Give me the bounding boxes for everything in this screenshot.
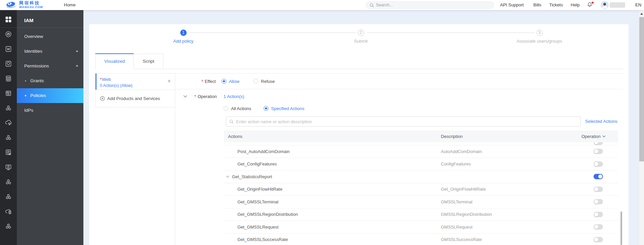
brand-name-en: WANGSU.COM [19, 5, 43, 9]
operation-count-link[interactable]: 1 Action(s) [224, 94, 244, 99]
remove-product-icon[interactable]: × [167, 78, 171, 85]
step-number-badge: 3 [536, 30, 543, 36]
language-switcher[interactable]: EN [635, 0, 641, 10]
action-toggle[interactable] [594, 142, 603, 145]
content-area: 1Add policy2Submit3Associate users/group… [83, 10, 639, 245]
action-toggle[interactable] [594, 187, 603, 192]
action-toggle[interactable] [594, 149, 603, 154]
collapse-chevron-icon[interactable] [183, 95, 187, 98]
word-doc-icon[interactable] [4, 45, 12, 53]
tab-script[interactable]: Script [134, 54, 163, 69]
circle-plus-icon [100, 96, 105, 101]
action-description: GMSSLSuccessRate [441, 237, 482, 242]
required-mark: * [201, 79, 203, 84]
group-expand-chevron-icon[interactable] [226, 176, 229, 178]
action-toggle[interactable] [594, 224, 603, 230]
doc-eye-icon[interactable] [4, 148, 12, 156]
apps-grid-icon[interactable] [4, 15, 12, 23]
table-row: Get_ConfigFeaturesConfigFeatures [224, 158, 618, 171]
avatar[interactable] [601, 1, 609, 9]
all-actions-label: All Actions [231, 106, 251, 111]
effect-refuse-label: Refuse [261, 79, 275, 84]
product-item-web[interactable]: *Web 0 Action(s) (Allow) × [95, 74, 175, 90]
operation-label: * Operation [194, 94, 217, 99]
nav-help[interactable]: Help [571, 0, 580, 10]
wizard-step-3: 3Associate users/groups [506, 30, 573, 44]
console-icon[interactable] [4, 30, 12, 38]
topbar: 网宿科技 WANGSU.COM Home API Support Bills T… [0, 0, 644, 10]
nav-bills[interactable]: Bills [533, 0, 541, 10]
sidebar-item-identities[interactable]: Identities [17, 44, 83, 59]
search-icon [229, 119, 234, 124]
nav-tickets[interactable]: Tickets [549, 0, 563, 10]
all-actions-radio[interactable]: All Actions [224, 106, 251, 111]
cluster-icon[interactable] [4, 222, 12, 230]
header-actions: Actions [224, 134, 242, 139]
product-icon-rail [0, 10, 17, 245]
cloud-key-icon[interactable] [4, 119, 12, 127]
action-description: ConfigFeatures [441, 161, 471, 166]
document-icon[interactable] [4, 89, 12, 97]
header-operation[interactable]: Operation [581, 134, 606, 139]
sidebar-item-label: Policies [30, 93, 46, 98]
selected-actions-link[interactable]: Selected Actions [585, 119, 617, 124]
action-mode-row: All Actions Specified Actions [175, 103, 304, 113]
scrollbar-up-arrow-icon[interactable] [640, 13, 643, 15]
wizard-steps: 1Add policy2Submit3Associate users/group… [89, 24, 629, 48]
sidebar-item-grants[interactable]: Grants [17, 74, 83, 88]
effect-refuse-radio[interactable]: Refuse [254, 79, 275, 84]
operation-header: * Operation 1 Action(s) [175, 89, 244, 103]
notifications-button[interactable] [587, 2, 594, 8]
step-label: Associate users/groups [506, 39, 573, 44]
scrollbar-thumb[interactable] [639, 17, 644, 161]
rail-apps-slot [0, 15, 17, 23]
action-name: Get_GMSSLRegionDistribution [224, 212, 298, 217]
add-products-button[interactable]: Add Products and Services [95, 90, 175, 107]
cluster-icon[interactable] [4, 193, 12, 201]
header-description: Description [441, 134, 463, 139]
tab-visualized[interactable]: Visualized [95, 53, 134, 69]
global-search[interactable] [366, 1, 494, 9]
wizard-step-2: 2Submit [327, 30, 394, 44]
shield-icon[interactable] [4, 60, 12, 68]
add-policy-card: 1Add policy2Submit3Associate users/group… [89, 24, 629, 245]
action-toggle[interactable] [594, 237, 603, 242]
sidebar-item-permissions[interactable]: Permissions [17, 59, 83, 74]
wizard-step-1: 1Add policy [150, 30, 217, 44]
calculator-icon[interactable] [4, 75, 12, 83]
table-scrollbar-thumb[interactable] [620, 211, 622, 245]
action-toggle[interactable] [594, 212, 603, 217]
nav-api-support[interactable]: API Support [500, 0, 524, 10]
rail-divider [0, 28, 17, 28]
table-row: Get_StatisticsReport [224, 170, 618, 183]
table-header: Actions Description Operation [224, 131, 618, 142]
global-search-input[interactable] [376, 3, 477, 7]
action-toggle[interactable] [594, 174, 603, 179]
action-name: Get_GMSSLTerminal [224, 199, 278, 204]
cluster-icon[interactable] [4, 134, 12, 142]
sidebar-item-policies[interactable]: Policies [17, 88, 83, 103]
window-scrollbar[interactable] [639, 10, 644, 245]
effect-allow-radio[interactable]: Allow [222, 79, 239, 84]
specified-actions-radio[interactable]: Specified Actions [264, 106, 304, 111]
step-label: Add policy [150, 39, 217, 44]
cloud-stack-icon[interactable] [4, 207, 12, 215]
specified-actions-label: Specified Actions [271, 106, 304, 111]
action-toggle[interactable] [594, 199, 603, 204]
rail-icon-list [0, 30, 17, 230]
nav-home[interactable]: Home [64, 0, 76, 10]
cluster-icon[interactable] [4, 104, 12, 112]
action-toggle[interactable] [594, 161, 603, 167]
sidebar-item-overview[interactable]: Overview [17, 29, 83, 44]
sidebar-item-label: Grants [30, 78, 44, 83]
brand-logo[interactable]: 网宿科技 WANGSU.COM [5, 1, 43, 9]
action-search-input[interactable] [236, 119, 539, 124]
sidebar-item-idps[interactable]: IdPs [17, 103, 83, 118]
cluster-icon[interactable] [4, 178, 12, 186]
iam-sidebar: IAM OverviewIdentitiesPermissionsGrantsP… [17, 10, 83, 245]
effect-row: * Effect Allow Refuse [175, 74, 623, 89]
monitor-alert-icon[interactable] [4, 163, 12, 171]
action-description: Get_OriginFlowHitRate [441, 187, 486, 192]
action-search-box[interactable] [226, 116, 581, 127]
action-name: Post_AutoAddComDomain [224, 149, 290, 154]
